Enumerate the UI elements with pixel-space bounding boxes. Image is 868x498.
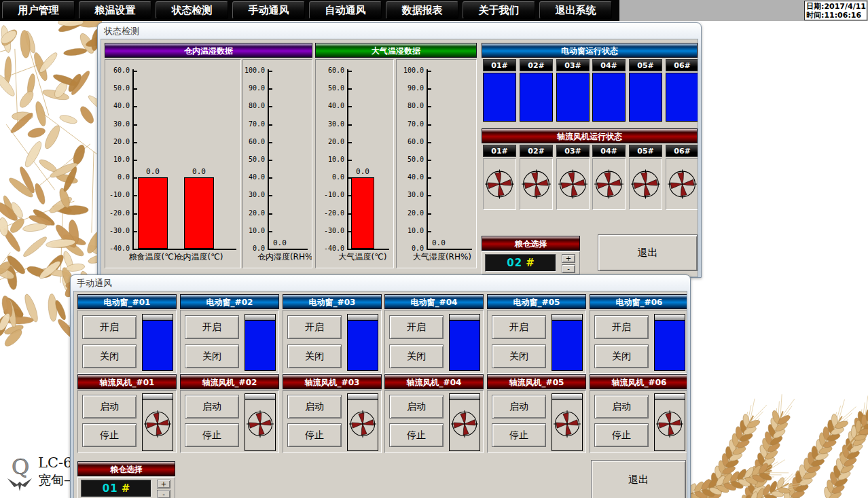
menu-button-about-us[interactable]: 关于我们 [463, 1, 535, 19]
status-bin-down-button[interactable]: - [562, 264, 575, 273]
y-axis-tick [134, 106, 137, 107]
menu-button-user-management[interactable]: 用户管理 [2, 1, 75, 19]
y-axis-tick [269, 106, 272, 107]
window-frame-strip [655, 315, 685, 321]
window-open-button-2[interactable]: 开启 [185, 315, 239, 339]
motor-window-panel-header-1: 电动窗_#01 [77, 294, 177, 309]
menu-button-grain-temp-setting[interactable]: 粮温设置 [79, 1, 151, 19]
y-axis-tick [269, 71, 272, 72]
manual-exit-button[interactable]: 退出 [591, 460, 686, 498]
window-status-unit-label-1: 01# [483, 59, 516, 71]
fan-status-icon-4 [592, 158, 626, 210]
status-bin-up-button[interactable]: + [562, 254, 575, 263]
fan-frame-strip [348, 394, 378, 400]
window-close-button-5[interactable]: 关闭 [492, 344, 546, 368]
branding: Q LC-6 宽甸— [4, 454, 77, 492]
y-tick-label: 40.0 [397, 173, 424, 181]
motor-window-panel-header-2: 电动窗_#02 [180, 294, 279, 309]
y-tick-label: 10.0 [397, 227, 424, 234]
menu-button-manual-ventilation[interactable]: 手动通风 [232, 1, 305, 19]
window-close-button-3[interactable]: 关闭 [287, 344, 342, 368]
fan-status-unit-label-3: 03# [556, 145, 590, 157]
menu-button-strip: 用户管理粮温设置状态检测手动通风自动通风数据报表关于我们退出系统 [0, 0, 619, 21]
y-axis-tick [428, 106, 431, 107]
status-bin-number: 02 [507, 257, 522, 269]
y-axis-tick [348, 142, 352, 143]
window-close-button-1[interactable]: 关闭 [82, 344, 137, 368]
status-bin-select-header: 粮仓选择 [482, 236, 580, 251]
y-tick-label: -30.0 [316, 227, 344, 234]
fan-start-button-2[interactable]: 启动 [185, 395, 239, 419]
status-bin-select-box: 02#+- [482, 251, 580, 274]
manual-window-content: 电动窗_#01开启关闭电动窗_#02开启关闭电动窗_#03开启关闭电动窗_#04… [73, 291, 687, 498]
window-open-button-3[interactable]: 开启 [287, 315, 342, 339]
window-open-button-1[interactable]: 开启 [82, 315, 137, 339]
window-frame-strip [348, 315, 378, 321]
wheat-photo-right [690, 291, 868, 498]
window-position-indicator-5 [551, 314, 583, 371]
window-close-button-2[interactable]: 关闭 [185, 344, 239, 368]
y-axis-tick [269, 160, 272, 161]
status-window-titlebar[interactable]: 状态检测 [98, 23, 701, 38]
fan-frame-strip [655, 394, 685, 400]
motor-window-panel-6: 开启关闭 [590, 310, 687, 374]
fan-stop-button-4[interactable]: 停止 [389, 423, 444, 447]
window-open-button-6[interactable]: 开启 [594, 315, 649, 339]
manual-window-titlebar[interactable]: 手动通风 [71, 275, 690, 290]
fan-frame-strip [143, 394, 173, 400]
window-position-indicator-1 [142, 314, 173, 371]
fan-start-button-4[interactable]: 启动 [389, 395, 444, 419]
manual-bin-down-button[interactable]: - [157, 490, 170, 498]
menu-button-auto-ventilation[interactable]: 自动通风 [309, 1, 382, 19]
y-axis-tick [134, 177, 137, 179]
window-position-indicator-6 [654, 314, 685, 371]
window-close-button-4[interactable]: 关闭 [389, 344, 444, 368]
window-open-button-4[interactable]: 开启 [389, 315, 444, 339]
y-tick-label: 10.0 [316, 156, 344, 163]
motor-window-panel-4: 开启关闭 [384, 310, 484, 374]
motor-window-panel-3: 开启关闭 [283, 310, 382, 374]
axial-fan-panel-1: 启动停止 [77, 390, 177, 453]
time-text: 时间:11:06:16 [806, 11, 865, 20]
y-axis-tick [134, 124, 137, 126]
y-axis-tick [428, 88, 431, 90]
datetime-box: 日期:2017/4/11 时间:11:06:16 [804, 1, 867, 20]
y-tick-label: 0.0 [105, 173, 130, 181]
fan-icon-2 [246, 402, 274, 446]
fan-stop-button-5[interactable]: 停止 [492, 423, 546, 447]
menu-button-exit-system[interactable]: 退出系统 [539, 1, 612, 19]
window-open-button-5[interactable]: 开启 [492, 315, 546, 339]
x-axis-line [268, 249, 308, 250]
manual-window-title: 手动通风 [77, 278, 112, 288]
y-axis-tick [134, 231, 137, 232]
fan-stop-button-3[interactable]: 停止 [287, 423, 342, 447]
window-status-unit-label-6: 06# [666, 59, 698, 71]
y-tick-label: -10.0 [105, 191, 130, 198]
window-status-unit-label-4: 04# [592, 59, 626, 71]
fan-start-button-5[interactable]: 启动 [492, 395, 546, 419]
bar-value-label: 0.0 [131, 167, 175, 176]
fan-start-button-1[interactable]: 启动 [82, 395, 137, 419]
fan-start-button-6[interactable]: 启动 [594, 395, 649, 419]
status-window-content: 仓内温湿数据60.050.040.030.020.010.00.0-10.0-2… [101, 39, 698, 277]
y-tick-label: 60.0 [316, 67, 344, 74]
fan-stop-button-6[interactable]: 停止 [594, 423, 649, 447]
top-menu-bar: 用户管理粮温设置状态检测手动通风自动通风数据报表关于我们退出系统 日期:2017… [0, 0, 868, 21]
y-tick-label: 50.0 [105, 84, 130, 92]
y-tick-label: 40.0 [243, 173, 265, 181]
menu-button-status-detection[interactable]: 状态检测 [156, 1, 228, 19]
status-exit-button[interactable]: 退出 [598, 234, 698, 271]
manual-bin-up-button[interactable]: + [157, 480, 170, 488]
window-close-button-6[interactable]: 关闭 [594, 344, 649, 368]
window-status-header: 电动窗运行状态 [482, 43, 698, 58]
fan-start-button-3[interactable]: 启动 [287, 395, 342, 419]
menu-button-data-report[interactable]: 数据报表 [386, 1, 458, 19]
y-axis-tick [269, 213, 272, 215]
x-axis-line [132, 249, 236, 250]
fan-status-header: 轴流风机运行状态 [482, 128, 698, 143]
fan-stop-button-1[interactable]: 停止 [82, 423, 137, 447]
fan-status-unit-label-2: 02# [520, 145, 553, 157]
fan-indicator-4 [449, 393, 480, 451]
svg-text:Q: Q [12, 454, 29, 480]
fan-stop-button-2[interactable]: 停止 [185, 423, 239, 447]
